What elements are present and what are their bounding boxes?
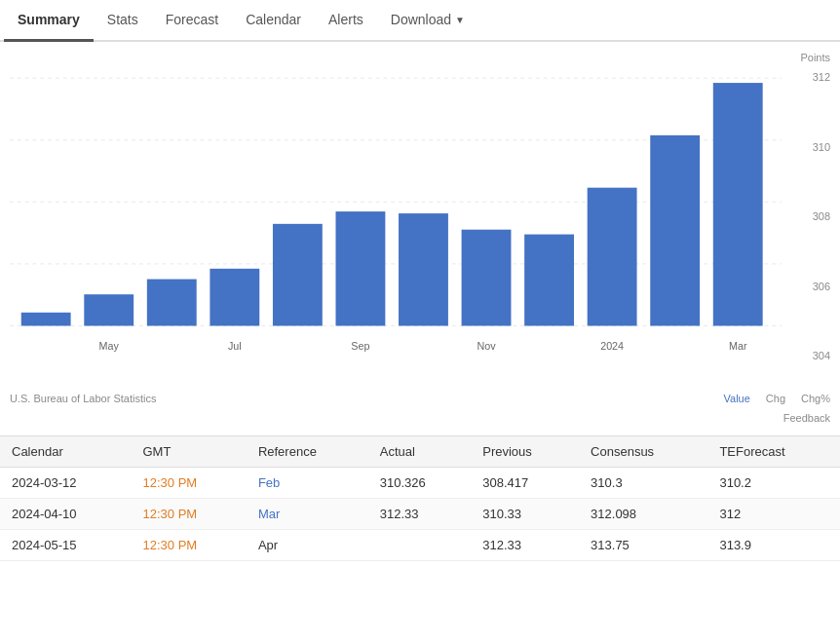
svg-rect-7 [147, 280, 197, 326]
y-312: 312 [791, 71, 830, 83]
svg-text:2024: 2024 [600, 340, 624, 352]
cell-teforecast: 310.2 [707, 468, 840, 499]
cell-previous: 312.33 [471, 530, 579, 561]
cell-actual: 312.33 [368, 499, 472, 530]
chart-area: Points [0, 42, 840, 387]
feedback-link[interactable]: Feedback [783, 412, 830, 424]
col-gmt: GMT [132, 436, 247, 468]
chevron-down-icon: ▼ [455, 15, 465, 25]
svg-text:Mar: Mar [729, 340, 747, 352]
y-306: 306 [791, 281, 830, 292]
cell-gmt: 12:30 PM [132, 468, 247, 499]
col-reference: Reference [247, 436, 368, 468]
cell-gmt: 12:30 PM [132, 530, 247, 561]
chart-footer: U.S. Bureau of Labor Statistics Value Ch… [0, 387, 840, 410]
col-teforecast: TEForecast [707, 436, 840, 468]
tab-forecast[interactable]: Forecast [152, 0, 232, 42]
cell-reference: Apr [247, 530, 368, 561]
col-previous: Previous [471, 436, 579, 468]
svg-text:Sep: Sep [351, 340, 369, 352]
tab-calendar[interactable]: Calendar [232, 0, 315, 42]
y-304: 304 [791, 350, 830, 361]
svg-rect-11 [399, 213, 448, 325]
col-actual: Actual [368, 436, 472, 468]
cell-consensus: 312.098 [579, 499, 707, 530]
cell-reference[interactable]: Mar [247, 499, 368, 530]
svg-rect-12 [462, 230, 512, 326]
svg-text:Jul: Jul [228, 340, 242, 352]
bar-chart: May Jul Sep Nov 2024 Mar [10, 65, 791, 367]
cell-consensus: 310.3 [579, 468, 707, 499]
cell-previous: 310.33 [471, 499, 579, 530]
y-310: 310 [791, 141, 830, 153]
svg-text:Nov: Nov [477, 340, 496, 352]
tab-download[interactable]: Download ▼ [377, 0, 478, 42]
data-table: Calendar GMT Reference Actual Previous C… [0, 435, 840, 561]
cell-actual: 310.326 [368, 468, 472, 499]
svg-rect-16 [713, 83, 763, 325]
svg-rect-5 [21, 313, 71, 326]
cell-calendar: 2024-04-10 [0, 499, 132, 530]
svg-rect-9 [273, 224, 323, 326]
col-consensus: Consensus [579, 436, 707, 468]
table-header-row: Calendar GMT Reference Actual Previous C… [0, 436, 840, 468]
tab-alerts[interactable]: Alerts [315, 0, 377, 42]
cell-reference[interactable]: Feb [247, 468, 368, 499]
y-axis-label: Points [800, 52, 830, 63]
col-calendar: Calendar [0, 436, 132, 468]
svg-rect-6 [84, 294, 134, 325]
svg-rect-10 [335, 211, 385, 325]
table-row: 2024-05-1512:30 PMApr312.33313.75313.9 [0, 530, 840, 561]
svg-text:May: May [99, 340, 120, 352]
cell-gmt: 12:30 PM [132, 499, 247, 530]
cell-previous: 308.417 [471, 468, 579, 499]
cell-actual [368, 530, 472, 561]
value-toggle[interactable]: Value [724, 393, 750, 404]
cell-teforecast: 313.9 [707, 530, 840, 561]
chart-legend: Value Chg Chg% [724, 393, 830, 404]
cell-calendar: 2024-03-12 [0, 468, 132, 499]
tab-summary[interactable]: Summary [4, 0, 94, 42]
chgpct-toggle[interactable]: Chg% [801, 393, 830, 404]
cell-consensus: 313.75 [579, 530, 707, 561]
tab-bar: Summary Stats Forecast Calendar Alerts D… [0, 0, 840, 42]
feedback-row: Feedback [0, 410, 840, 432]
cell-calendar: 2024-05-15 [0, 530, 132, 561]
chart-source: U.S. Bureau of Labor Statistics [10, 393, 156, 404]
svg-rect-8 [210, 269, 259, 326]
svg-rect-15 [650, 135, 700, 326]
table-row: 2024-03-1212:30 PMFeb310.326308.417310.3… [0, 468, 840, 499]
svg-rect-14 [588, 188, 637, 326]
y-308: 308 [791, 210, 830, 222]
chg-toggle[interactable]: Chg [766, 393, 785, 404]
table-row: 2024-04-1012:30 PMMar312.33310.33312.098… [0, 499, 840, 530]
tab-stats[interactable]: Stats [94, 0, 152, 42]
cell-teforecast: 312 [707, 499, 840, 530]
svg-rect-13 [524, 235, 574, 326]
